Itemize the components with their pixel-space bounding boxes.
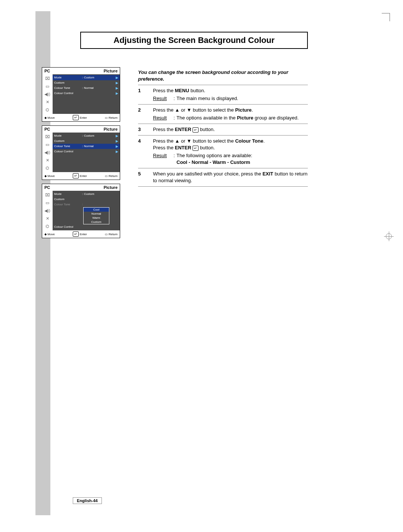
osd-menu-item: Mode:Custom▶ <box>53 75 120 80</box>
result-label: Result <box>153 95 174 102</box>
osd-icon-column: ⌧▭◀))✕⌬ <box>42 191 53 230</box>
chevron-right-icon: ▶ <box>116 134 118 138</box>
result-label: Result <box>153 115 174 121</box>
osd-category-icon: ◀)) <box>44 149 51 155</box>
osd-category-icon: ⌧ <box>44 75 51 81</box>
osd-item-value: Normal <box>84 144 118 149</box>
osd-item-label: Custom <box>54 81 81 85</box>
osd-screenshot-1: PCPicture⌧▭◀))✕⌬Mode:Custom▶Custom▶Colou… <box>42 67 120 122</box>
osd-menu-title: Picture <box>104 69 118 73</box>
osd-menu-list: Mode:Custom▶Custom▶Colour Tone:Normal▶Co… <box>53 133 120 172</box>
osd-menu-item: Custom▶ <box>53 80 120 85</box>
osd-category-icon: ✕ <box>44 157 51 163</box>
divider <box>138 85 308 85</box>
registration-mark <box>384 231 394 241</box>
osd-menu-item: Mode:Custom▶ <box>53 133 120 139</box>
osd-menu-item: Custom <box>53 197 120 202</box>
step-text: Press the MENU button. <box>153 87 308 94</box>
step-result: Result:The following options are availab… <box>153 152 308 166</box>
instruction-step: 2Press the ▲ or ▼ button to select the P… <box>138 107 308 121</box>
chevron-right-icon: ▶ <box>116 86 118 90</box>
step-body: Press the ENTER ↵ button. <box>153 126 308 133</box>
osd-dropdown-option: Custom <box>84 220 109 224</box>
step-number: 4 <box>138 138 153 166</box>
instruction-step: 3Press the ENTER ↵ button. <box>138 126 308 133</box>
step-text: When you are satisfied with your choice,… <box>153 171 308 184</box>
osd-item-label: Custom <box>54 197 81 202</box>
osd-item-value: Custom <box>84 192 118 196</box>
osd-body: ⌧▭◀))✕⌬Mode:Custom▶Custom▶Colour Tone:No… <box>42 74 120 114</box>
instruction-step: 4Press the ▲ or ▼ button to select the C… <box>138 138 308 166</box>
osd-category-icon: ▭ <box>44 141 51 147</box>
osd-body: ⌧▭◀))✕⌬Mode:CustomCustomColour Tone:Cool… <box>42 191 120 230</box>
osd-body: ⌧▭◀))✕⌬Mode:Custom▶Custom▶Colour Tone:No… <box>42 133 120 172</box>
chevron-right-icon: ▶ <box>116 149 118 154</box>
osd-return-hint: ▭ Return <box>105 116 118 119</box>
osd-item-value: Normal <box>84 86 118 90</box>
osd-screenshot-3: PCPicture⌧▭◀))✕⌬Mode:CustomCustomColour … <box>42 184 120 238</box>
osd-category-icon: ▭ <box>44 200 51 206</box>
step-text: Press the ENTER ↵ button. <box>153 144 308 151</box>
osd-header: PCPicture <box>42 126 120 133</box>
osd-category-icon: ⌬ <box>44 107 51 113</box>
osd-category-icon: ✕ <box>44 215 51 221</box>
osd-item-label: Colour Control <box>54 149 81 154</box>
divider <box>138 186 308 187</box>
osd-category-icon: ◀)) <box>44 208 51 214</box>
step-body: When you are satisfied with your choice,… <box>153 171 308 184</box>
step-text: Press the ▲ or ▼ button to select the Co… <box>153 138 308 144</box>
osd-move-hint: ◆ Move <box>44 116 55 119</box>
osd-item-value: Custom <box>84 75 118 80</box>
step-number: 5 <box>138 171 153 184</box>
osd-menu-item: Mode:Custom <box>53 192 120 197</box>
result-text: The main menu is displayed. <box>176 95 308 102</box>
step-result: Result:The options available in the Pict… <box>153 115 308 121</box>
osd-icon-column: ⌧▭◀))✕⌬ <box>42 74 53 114</box>
chevron-right-icon: ▶ <box>116 139 118 143</box>
osd-icon-column: ⌧▭◀))✕⌬ <box>42 133 53 172</box>
osd-source-label: PC <box>44 127 50 131</box>
chevron-right-icon: ▶ <box>116 144 118 149</box>
osd-dropdown-option: Normal <box>84 212 109 216</box>
osd-enter-hint: ↵ Enter <box>73 173 87 178</box>
page-number-label: English-44 <box>73 497 102 504</box>
osd-header: PCPicture <box>42 68 120 74</box>
osd-category-icon: ⌧ <box>44 192 51 198</box>
osd-menu-item: Colour Tone:Normal▶ <box>53 144 120 149</box>
osd-category-icon: ✕ <box>44 99 51 105</box>
instruction-step: 5When you are satisfied with your choice… <box>138 171 308 184</box>
step-body: Press the ▲ or ▼ button to select the Co… <box>153 138 308 166</box>
chevron-right-icon: ▶ <box>116 75 118 80</box>
osd-footer: ◆ Move↵ Enter▭ Return <box>42 230 120 238</box>
step-number: 3 <box>138 126 153 133</box>
osd-item-label: Colour Control <box>54 91 81 96</box>
instructions-column: You can change the screen background col… <box>138 69 308 189</box>
osd-item-value: Custom <box>84 134 118 138</box>
osd-menu-title: Picture <box>104 185 118 190</box>
osd-category-icon: ⌬ <box>44 165 51 171</box>
chevron-right-icon: ▶ <box>116 81 118 85</box>
osd-footer: ◆ Move↵ Enter▭ Return <box>42 172 120 180</box>
osd-move-hint: ◆ Move <box>44 233 55 236</box>
osd-item-label: Mode <box>54 75 81 80</box>
result-text: The options available in the Picture gro… <box>176 115 308 121</box>
osd-item-label: Custom <box>54 139 81 143</box>
chevron-right-icon: ▶ <box>116 91 118 96</box>
osd-item-label: Colour Tone <box>54 202 81 207</box>
osd-return-hint: ▭ Return <box>105 233 118 236</box>
osd-category-icon: ◀)) <box>44 91 51 97</box>
osd-source-label: PC <box>44 69 50 73</box>
step-result: Result:The main menu is displayed. <box>153 95 308 102</box>
divider <box>138 168 308 168</box>
osd-item-label: Colour Tone <box>54 86 81 90</box>
osd-menu-item: Custom▶ <box>53 139 120 144</box>
osd-screenshot-2: PCPicture⌧▭◀))✕⌬Mode:Custom▶Custom▶Colou… <box>42 125 120 180</box>
osd-enter-hint: ↵ Enter <box>73 115 87 120</box>
step-body: Press the ▲ or ▼ button to select the Pi… <box>153 107 308 121</box>
osd-enter-hint: ↵ Enter <box>73 231 87 237</box>
crop-mark <box>382 13 390 21</box>
step-text: Press the ▲ or ▼ button to select the Pi… <box>153 107 308 113</box>
osd-dropdown-option: Warm <box>84 216 109 220</box>
osd-dropdown: CoolNormalWarmCustom <box>83 207 109 224</box>
osd-item-label: Colour Tone <box>54 144 81 149</box>
